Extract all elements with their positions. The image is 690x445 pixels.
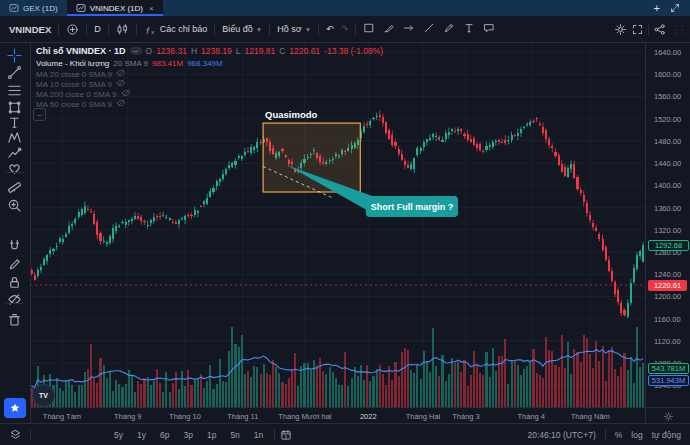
measure-tool[interactable] [7, 180, 23, 196]
profile-menu-button[interactable]: Hồ sơ▼ [270, 24, 318, 34]
change-value: -13.38 (-1.08%) [324, 46, 383, 56]
chart-legend: Chỉ số VNINDEX · 1D – O1236.31 H1238.19 … [36, 44, 383, 109]
object-tree-button[interactable] [0, 428, 30, 441]
hide-drawings-tool[interactable] [7, 292, 23, 308]
add-chart-tab-button[interactable]: + [654, 3, 660, 14]
svg-text:ƒ: ƒ [145, 25, 150, 35]
zoom-in-tool[interactable] [7, 198, 23, 214]
settings-gear-icon[interactable] [614, 23, 627, 36]
chevron-down-icon: ▼ [305, 26, 311, 33]
pattern-xabcd-tool[interactable] [7, 130, 23, 146]
close-tab-icon[interactable]: × [149, 4, 154, 13]
legend-main-row: Chỉ số VNINDEX · 1D – O1236.31 H1238.19 … [36, 44, 383, 57]
undo-button[interactable]: ↶ [319, 24, 341, 34]
chart-tab-gex-1d-[interactable]: GEX (1D) [0, 0, 67, 16]
low-value: 1219.81 [244, 46, 275, 56]
stay-drawing-mode-tool[interactable] [7, 257, 23, 273]
fullscreen-icon[interactable] [631, 23, 644, 36]
price-tick-label: 1160.00 [654, 315, 681, 324]
percent-scale-button[interactable]: % [615, 430, 623, 440]
range-button-1n[interactable]: 1n [249, 429, 268, 441]
drawing-toolbar: ‹ [0, 42, 31, 424]
tab-label: VNINDEX (1D) [90, 4, 143, 13]
range-button-3p[interactable]: 3p [178, 429, 197, 441]
pane-collapse-button[interactable]: – [33, 108, 46, 121]
time-axis-label: Tháng 4 [517, 412, 545, 421]
crosshair-tool[interactable] [7, 48, 23, 64]
bottom-bar-right: 20:46:10 (UTC+7) % log tự động [527, 429, 690, 441]
callout-tool-button[interactable] [480, 22, 498, 36]
rectangle-tool-button[interactable] [360, 22, 378, 36]
collapse-left-icon[interactable]: ‹ [24, 402, 27, 411]
price-tick-label: 1480.00 [654, 137, 681, 146]
range-button-6p[interactable]: 6p [155, 429, 174, 441]
magnet-tool[interactable] [7, 238, 23, 254]
volume-sma-value: 968.349M [187, 59, 223, 68]
high-value: 1238.19 [201, 46, 232, 56]
auto-scale-button[interactable]: tự động [652, 430, 681, 440]
range-button-1y[interactable]: 1y [132, 429, 151, 441]
price-tick-label: 1400.00 [654, 181, 681, 190]
trendline-tool[interactable] [7, 65, 23, 81]
legend-collapse-button[interactable]: – [130, 47, 142, 55]
panel-drag-handle[interactable]: ⋮⋮ [670, 25, 686, 34]
symbol-button[interactable]: VNINDEX [0, 24, 58, 35]
share-icon[interactable] [653, 23, 666, 36]
legend-ma-row-2: MA 200 close 0 SMA 9 [36, 89, 383, 99]
forecast-tool[interactable] [7, 146, 23, 162]
volume-axis-label: 543.781M [648, 363, 689, 374]
pencil-tool-button[interactable] [440, 22, 458, 36]
range-button-5y[interactable]: 5y [109, 429, 128, 441]
range-button-1p[interactable]: 1p [202, 429, 221, 441]
clock-timezone-button[interactable]: 20:46:10 (UTC+7) [527, 430, 595, 440]
layout-menu-button[interactable]: Biểu đồ▼ [215, 24, 269, 34]
calendar-icon [280, 429, 292, 441]
price-tick-label: 1600.00 [654, 70, 681, 79]
shapes-tool[interactable] [7, 100, 23, 116]
tradingview-logo[interactable]: TV [32, 384, 55, 407]
profile-label: Hồ sơ [277, 24, 301, 34]
brush-tool-button[interactable] [380, 22, 398, 36]
trendline-tool-button[interactable] [420, 22, 438, 36]
eye-off-icon[interactable] [116, 98, 126, 110]
emoji-tool[interactable] [7, 161, 23, 177]
indicators-label: Các chỉ báo [160, 24, 208, 34]
remove-drawings-tool[interactable] [7, 312, 23, 328]
volume-params: 20 SMA 9 [113, 59, 148, 68]
favorites-star-button[interactable] [4, 398, 26, 418]
log-scale-button[interactable]: log [631, 430, 642, 440]
price-axis[interactable]: 1640.001600.001560.001520.001480.001440.… [645, 42, 690, 407]
sidebar-divider [6, 172, 24, 173]
text-tool-button[interactable] [460, 22, 478, 36]
redo-button[interactable]: ↷ [341, 24, 356, 34]
compare-button[interactable] [59, 23, 86, 36]
legend-ma-rows: MA 20 close 0 SMA 9MA 10 close 0 SMA 9MA… [36, 69, 383, 109]
lock-drawings-tool[interactable] [7, 275, 23, 291]
chart-tab-vnindex-1d-[interactable]: VNINDEX (1D)× [67, 0, 163, 16]
text-tool[interactable] [7, 115, 23, 131]
price-tick-label: 1120.00 [654, 337, 681, 346]
volume-value: 983.41M [152, 59, 183, 68]
fib-tool[interactable] [7, 83, 23, 99]
go-to-date-button[interactable] [275, 429, 297, 441]
interval-button[interactable]: D [87, 24, 108, 34]
layers-icon [9, 428, 22, 441]
chart-type-button[interactable] [109, 23, 136, 36]
price-tick-label: 1520.00 [654, 115, 681, 124]
time-axis-label: Tháng 10 [169, 412, 201, 421]
indicators-button[interactable]: ƒx Các chỉ báo [137, 23, 215, 36]
legend-symbol-title[interactable]: Chỉ số VNINDEX · 1D [36, 46, 126, 56]
date-range-buttons: 5y1y6p3p1p5n1n [109, 429, 268, 441]
price-tick-label: 1320.00 [654, 226, 681, 235]
candles-icon [116, 23, 129, 36]
chart-pane[interactable]: QuasimodoShort Full margin ? Chỉ số VNIN… [30, 42, 645, 407]
range-button-5n[interactable]: 5n [225, 429, 244, 441]
expand-window-icon[interactable] [670, 3, 680, 13]
arrow-marker-tool-button[interactable] [400, 22, 418, 36]
price-tick-label: 1560.00 [654, 92, 681, 101]
high-label: H [191, 46, 197, 56]
bottom-bar: 5y1y6p3p1p5n1n 20:46:10 (UTC+7) % log tự… [0, 423, 690, 445]
volume-label[interactable]: Volume - Khối lượng [36, 59, 109, 68]
tab-bar: GEX (1D)VNINDEX (1D)× + [0, 0, 690, 16]
legend-ma-row-3: MA 50 close 0 SMA 9 [36, 99, 383, 109]
